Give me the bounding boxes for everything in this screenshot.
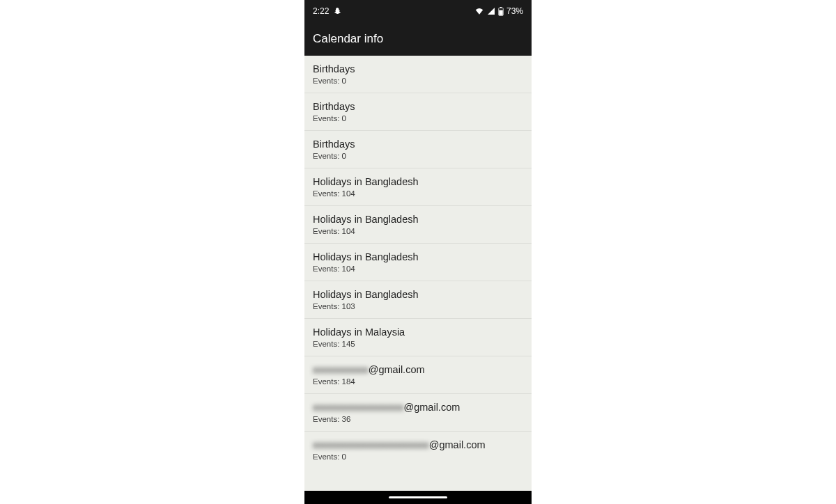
- list-item-title: xxxxxxxxxxx@gmail.com: [313, 363, 523, 376]
- list-item[interactable]: xxxxxxxxxxx@gmail.comEvents: 184: [304, 356, 532, 394]
- list-item[interactable]: BirthdaysEvents: 0: [304, 93, 532, 131]
- list-item[interactable]: BirthdaysEvents: 0: [304, 131, 532, 168]
- list-item-subtitle: Events: 104: [313, 226, 523, 237]
- cellular-icon: [487, 7, 495, 15]
- list-item[interactable]: Holidays in BangladeshEvents: 103: [304, 281, 532, 319]
- status-left: 2:22: [313, 6, 341, 16]
- list-item[interactable]: Holidays in BangladeshEvents: 104: [304, 168, 532, 206]
- list-item[interactable]: Holidays in MalaysiaEvents: 145: [304, 319, 532, 356]
- list-item[interactable]: Holidays in BangladeshEvents: 104: [304, 244, 532, 281]
- list-item-title: Holidays in Bangladesh: [313, 175, 523, 188]
- list-item-title-text: @gmail.com: [429, 439, 486, 450]
- svg-rect-1: [499, 10, 502, 15]
- list-item-title: Holidays in Malaysia: [313, 326, 523, 338]
- page-root: 2:22 73% Calendar info: [0, 0, 836, 504]
- list-item[interactable]: xxxxxxxxxxxxxxxxxxxxxxx@gmail.comEvents:…: [304, 432, 532, 468]
- list-item-title: Birthdays: [313, 63, 523, 75]
- app-bar: Calendar info: [304, 22, 532, 56]
- list-item-subtitle: Events: 0: [313, 150, 523, 162]
- list-item[interactable]: Holidays in BangladeshEvents: 104: [304, 206, 532, 244]
- list-item-title-text: @gmail.com: [404, 402, 460, 413]
- status-bar: 2:22 73%: [304, 0, 532, 22]
- list-item-subtitle: Events: 36: [313, 414, 523, 425]
- navigation-bar: [304, 491, 532, 504]
- redacted-text: xxxxxxxxxxxxxxxxxxxxxxx: [313, 439, 429, 451]
- list-item-title: Holidays in Bangladesh: [313, 288, 523, 301]
- battery-icon: [498, 7, 504, 16]
- list-item-subtitle: Events: 0: [313, 75, 523, 86]
- redacted-text: xxxxxxxxxxxxxxxxxx: [313, 401, 404, 414]
- list-item[interactable]: BirthdaysEvents: 0: [304, 56, 532, 93]
- list-item-title: Holidays in Bangladesh: [313, 251, 523, 263]
- wifi-icon: [474, 7, 484, 15]
- status-battery-text: 73%: [506, 6, 523, 16]
- list-item-title: xxxxxxxxxxxxxxxxxx@gmail.com: [313, 401, 523, 414]
- list-item[interactable]: xxxxxxxxxxxxxxxxxx@gmail.comEvents: 36: [304, 394, 532, 432]
- list-item-subtitle: Events: 104: [313, 188, 523, 199]
- content-area: BirthdaysEvents: 0BirthdaysEvents: 0Birt…: [304, 56, 532, 491]
- list-item-title: Birthdays: [313, 138, 523, 150]
- list-item-subtitle: Events: 0: [313, 451, 523, 462]
- status-right: 73%: [474, 6, 523, 16]
- app-bar-title: Calendar info: [313, 32, 383, 46]
- calendar-list[interactable]: BirthdaysEvents: 0BirthdaysEvents: 0Birt…: [304, 56, 532, 468]
- list-item-title-text: @gmail.com: [369, 364, 425, 375]
- list-item-subtitle: Events: 104: [313, 263, 523, 274]
- list-item-title: xxxxxxxxxxxxxxxxxxxxxxx@gmail.com: [313, 439, 523, 451]
- status-time: 2:22: [313, 6, 329, 16]
- redacted-text: xxxxxxxxxxx: [313, 363, 369, 376]
- svg-rect-2: [500, 7, 502, 8]
- list-item-subtitle: Events: 0: [313, 113, 523, 124]
- snapchat-icon: [333, 7, 341, 15]
- list-item-subtitle: Events: 145: [313, 338, 523, 349]
- list-item-title: Birthdays: [313, 100, 523, 113]
- list-item-title: Holidays in Bangladesh: [313, 213, 523, 226]
- list-item-subtitle: Events: 103: [313, 301, 523, 312]
- phone-frame: 2:22 73% Calendar info: [304, 0, 532, 504]
- gesture-pill[interactable]: [389, 496, 447, 498]
- list-item-subtitle: Events: 184: [313, 376, 523, 387]
